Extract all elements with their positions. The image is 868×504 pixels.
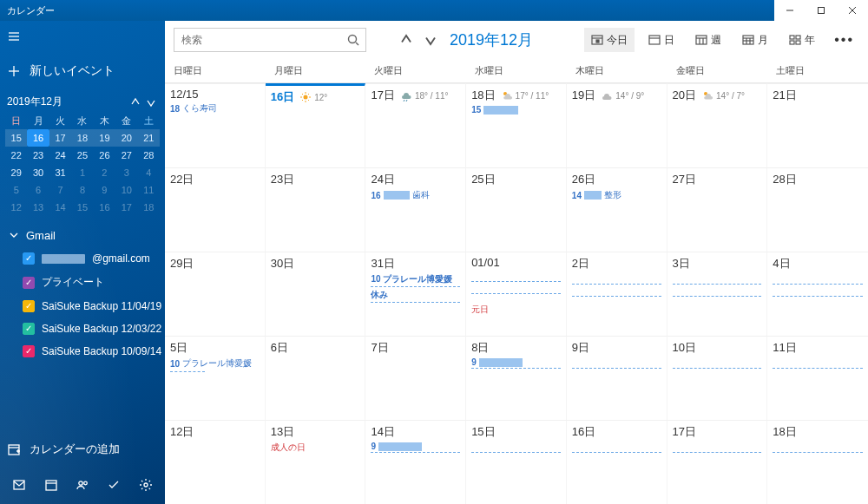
mini-day-cell[interactable]: 18 (71, 129, 93, 147)
day-cell[interactable]: 12/1518くら寿司 (165, 83, 266, 167)
event-span[interactable] (773, 284, 863, 292)
day-cell[interactable]: 17日18° / 11° (365, 83, 466, 167)
day-cell[interactable]: 25日 (466, 167, 567, 252)
day-cell[interactable]: 8日9 (466, 336, 567, 420)
day-cell[interactable]: 11日 (767, 336, 868, 420)
search-box[interactable] (174, 28, 366, 52)
calendar-checkbox[interactable] (23, 345, 35, 357)
event-span[interactable] (170, 371, 205, 380)
event-item[interactable]: 18くら寿司 (170, 102, 260, 115)
calendar-checkbox[interactable] (23, 277, 35, 289)
event-span[interactable] (572, 284, 661, 292)
calendar-checkbox[interactable] (23, 323, 35, 335)
mini-day-cell[interactable]: 16 (94, 199, 115, 216)
calendar-item[interactable]: プライベート (0, 270, 165, 295)
day-cell[interactable]: 26日14整形 (567, 167, 667, 252)
day-cell[interactable]: 4日 (767, 252, 868, 336)
day-cell[interactable]: 15日 (466, 420, 567, 504)
view-week-button[interactable]: 週 (688, 28, 728, 52)
day-cell[interactable]: 6日 (266, 336, 366, 420)
mini-day-cell[interactable]: 8 (71, 181, 93, 199)
mini-day-cell[interactable]: 2 (94, 164, 115, 181)
event-span[interactable] (773, 368, 863, 376)
mini-day-cell[interactable]: 9 (94, 181, 115, 199)
day-cell[interactable]: 01/01元日 (466, 252, 567, 336)
day-cell[interactable]: 16日12° (266, 83, 366, 167)
search-icon[interactable] (346, 33, 360, 47)
event-span[interactable] (773, 296, 863, 304)
day-cell[interactable]: 21日 (767, 83, 868, 167)
add-calendar-button[interactable]: カレンダーの追加 (0, 433, 165, 466)
mini-calendar[interactable]: 日月火水木金土151617181920212223242526272829303… (0, 113, 165, 216)
hamburger-button[interactable] (0, 21, 165, 55)
day-cell[interactable]: 27日 (667, 167, 768, 252)
mail-button[interactable] (5, 473, 33, 497)
day-cell[interactable]: 29日 (165, 252, 266, 336)
day-cell[interactable]: 17日 (667, 420, 768, 504)
event-span[interactable] (471, 281, 561, 290)
mini-day-cell[interactable]: 29 (5, 164, 27, 181)
mini-day-cell[interactable]: 18 (138, 199, 160, 216)
mini-day-cell[interactable]: 17 (49, 129, 71, 147)
calendar-button[interactable] (36, 473, 64, 497)
event-item[interactable]: 10プラレール博愛媛 (170, 357, 260, 370)
mini-day-cell[interactable]: 15 (71, 199, 93, 216)
day-cell[interactable]: 19日14° / 9° (567, 83, 667, 167)
mini-day-cell[interactable]: 30 (27, 164, 49, 181)
day-cell[interactable]: 2日 (567, 252, 667, 336)
view-today-button[interactable]: 今日 (584, 28, 635, 52)
day-cell[interactable]: 5日10プラレール博愛媛 (165, 336, 266, 420)
mini-day-cell[interactable]: 1 (71, 164, 93, 181)
day-cell[interactable]: 30日 (266, 252, 366, 336)
calendar-item[interactable]: SaiSuke Backup 11/04/19 11 (0, 295, 165, 317)
day-cell[interactable]: 20日14° / 7° (667, 83, 768, 167)
mini-day-cell[interactable]: 11 (138, 181, 160, 199)
day-cell[interactable]: 3日 (667, 252, 768, 336)
day-cell[interactable]: 31日10 プラレール博愛媛休み (365, 252, 466, 336)
mini-day-cell[interactable]: 27 (115, 147, 137, 164)
mini-prev-button[interactable] (128, 95, 142, 109)
day-cell[interactable]: 9日 (567, 336, 667, 420)
mini-day-cell[interactable]: 16 (27, 129, 49, 147)
calendar-checkbox[interactable] (23, 300, 35, 312)
mini-day-cell[interactable]: 22 (5, 147, 27, 164)
view-year-button[interactable]: 年 (782, 28, 822, 52)
calendar-item[interactable]: SaiSuke Backup 12/03/22 20 (0, 317, 165, 340)
event-span[interactable] (773, 452, 863, 461)
mini-day-cell[interactable]: 5 (5, 181, 27, 199)
mini-day-cell[interactable]: 12 (5, 199, 27, 216)
event-span[interactable] (572, 452, 661, 461)
mini-day-cell[interactable]: 6 (27, 181, 49, 199)
day-cell[interactable]: 7日 (365, 336, 466, 420)
window-close-button[interactable] (837, 0, 868, 21)
event-item[interactable]: 15 (471, 105, 561, 115)
calendar-item[interactable]: SaiSuke Backup 10/09/14 21 (0, 340, 165, 363)
event-span[interactable] (572, 296, 661, 304)
event-span-start[interactable]: 9 (371, 442, 460, 453)
mini-day-cell[interactable]: 3 (115, 164, 137, 181)
settings-button[interactable] (132, 473, 160, 497)
mini-day-cell[interactable]: 15 (5, 129, 27, 147)
event-span-start[interactable]: 10 プラレール博愛媛 (371, 273, 460, 287)
account-section-toggle[interactable]: Gmail (0, 223, 165, 247)
window-minimize-button[interactable] (774, 0, 806, 21)
mini-day-cell[interactable]: 26 (94, 147, 115, 164)
event-span[interactable] (673, 368, 762, 376)
mini-day-cell[interactable]: 23 (27, 147, 49, 164)
mini-day-cell[interactable]: 10 (115, 181, 137, 199)
window-maximize-button[interactable] (806, 0, 837, 21)
day-cell[interactable]: 12日 (165, 420, 266, 504)
mini-day-cell[interactable]: 20 (115, 129, 137, 147)
event-span-start[interactable]: 9 (471, 357, 561, 369)
next-period-button[interactable] (422, 31, 439, 49)
mini-day-cell[interactable]: 19 (94, 129, 115, 147)
day-cell[interactable]: 23日 (266, 167, 366, 252)
mini-day-cell[interactable]: 28 (138, 147, 160, 164)
event-span-start[interactable]: 休み (371, 289, 460, 303)
day-cell[interactable]: 18日17° / 11°15 (466, 83, 567, 167)
event-span[interactable] (471, 293, 561, 302)
people-button[interactable] (69, 473, 96, 497)
mini-day-cell[interactable]: 21 (138, 129, 160, 147)
event-span[interactable] (572, 368, 661, 376)
event-item[interactable]: 14整形 (572, 189, 661, 201)
